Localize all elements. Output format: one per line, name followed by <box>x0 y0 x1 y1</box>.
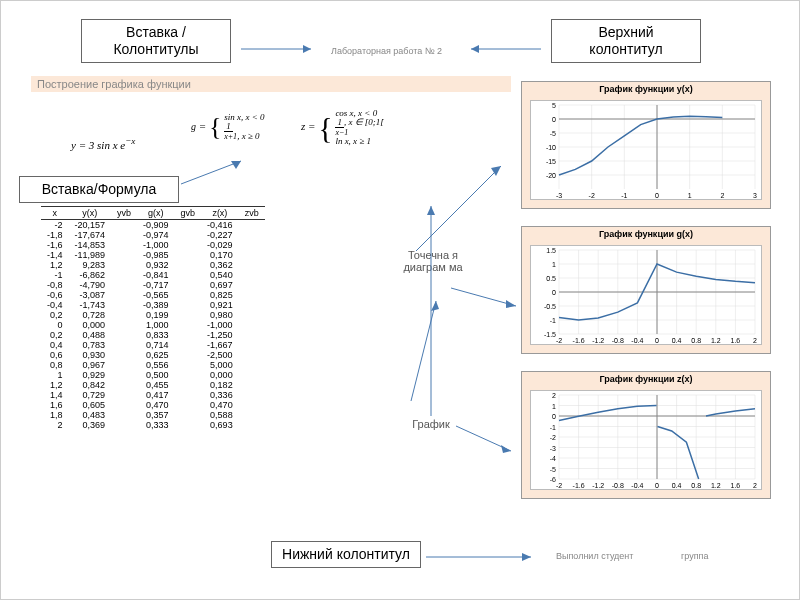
svg-text:-2: -2 <box>556 482 562 489</box>
formula-g: g = { sin x, x < 0 1 x+1, x ≥ 0 <box>191 113 265 141</box>
svg-text:-1.6: -1.6 <box>573 337 585 344</box>
table-header-row: xy(x)yvbg(x)gvbz(x)zvb <box>41 207 265 220</box>
chart-g: График функции g(x) -1.5-1-0.500.511.5-2… <box>521 226 771 354</box>
arrow-right-to-header <box>461 41 541 56</box>
arrow-chart-to-y <box>416 201 446 416</box>
data-table: xy(x)yvbg(x)gvbz(x)zvb -2-20,157-0,909-0… <box>41 206 265 430</box>
svg-marker-13 <box>501 445 511 453</box>
col-y(x): y(x) <box>69 207 112 220</box>
section-title: Построение графика функции <box>31 76 511 92</box>
svg-text:0: 0 <box>655 482 659 489</box>
table-row: -2-20,157-0,909-0,416 <box>41 220 265 231</box>
callout-top-header: Верхний колонтитул <box>551 19 701 63</box>
svg-text:-3: -3 <box>550 445 556 452</box>
col-yvb: yvb <box>111 207 137 220</box>
svg-text:0: 0 <box>552 116 556 123</box>
svg-text:1.6: 1.6 <box>731 482 741 489</box>
col-z(x): z(x) <box>201 207 239 220</box>
table-row: 1,29,2830,9320,362 <box>41 260 265 270</box>
table-row: 10,9290,5000,000 <box>41 370 265 380</box>
svg-marker-9 <box>506 300 516 308</box>
svg-text:3: 3 <box>753 192 757 199</box>
svg-text:0.4: 0.4 <box>672 337 682 344</box>
svg-text:-3: -3 <box>556 192 562 199</box>
callout-insert-formula: Вставка/Формула <box>19 176 179 203</box>
svg-text:-5: -5 <box>550 130 556 137</box>
table-row: 00,0001,000-1,000 <box>41 320 265 330</box>
svg-text:-10: -10 <box>546 144 556 151</box>
lab-header-text: Лабораторная работа № 2 <box>331 46 442 56</box>
svg-text:-1: -1 <box>621 192 627 199</box>
svg-marker-5 <box>231 161 241 169</box>
table-row: -1,8-17,674-0,974-0,227 <box>41 230 265 240</box>
table-row: -1-6,862-0,8410,540 <box>41 270 265 280</box>
svg-text:0: 0 <box>655 192 659 199</box>
svg-text:1.6: 1.6 <box>731 337 741 344</box>
svg-line-4 <box>181 161 241 184</box>
table-row: -0,8-4,790-0,7170,697 <box>41 280 265 290</box>
chart-annotation: График <box>406 418 456 430</box>
svg-text:-1.2: -1.2 <box>592 482 604 489</box>
svg-text:-2: -2 <box>550 434 556 441</box>
formula-y: y = 3 sin x e−x <box>71 136 135 151</box>
arrow-formula <box>181 159 261 189</box>
table-row: 1,40,7290,4170,336 <box>41 390 265 400</box>
svg-text:2: 2 <box>753 482 757 489</box>
chart-z: График функции z(x) -6-5-4-3-2-1012-2-1.… <box>521 371 771 499</box>
svg-text:0.8: 0.8 <box>691 482 701 489</box>
svg-text:2: 2 <box>753 337 757 344</box>
svg-text:-15: -15 <box>546 158 556 165</box>
svg-text:-0.8: -0.8 <box>612 482 624 489</box>
callout-bottom-footer: Нижний колонтитул <box>271 541 421 568</box>
table-row: -0,4-1,743-0,3890,921 <box>41 300 265 310</box>
col-zvb: zvb <box>239 207 265 220</box>
table-row: 0,80,9670,5565,000 <box>41 360 265 370</box>
svg-text:1.2: 1.2 <box>711 482 721 489</box>
formula-z: z = { cos x, x < 0 1, x ∈ [0;1[ x−1 ln x… <box>301 109 384 146</box>
chart-y: График функции y(x) -20-15-10-505-3-2-10… <box>521 81 771 209</box>
svg-text:0.4: 0.4 <box>672 482 682 489</box>
svg-text:1: 1 <box>552 261 556 268</box>
col-x: x <box>41 207 69 220</box>
svg-text:-1.2: -1.2 <box>592 337 604 344</box>
arrow-footer <box>426 549 546 569</box>
svg-marker-17 <box>522 553 531 561</box>
svg-text:2: 2 <box>720 192 724 199</box>
svg-text:0: 0 <box>552 289 556 296</box>
svg-text:0.8: 0.8 <box>691 337 701 344</box>
svg-text:-2: -2 <box>556 337 562 344</box>
svg-text:0: 0 <box>655 337 659 344</box>
svg-text:-0.8: -0.8 <box>612 337 624 344</box>
svg-text:-1: -1 <box>550 424 556 431</box>
svg-text:1.5: 1.5 <box>546 247 556 254</box>
svg-text:-0.5: -0.5 <box>544 303 556 310</box>
svg-text:-1: -1 <box>550 317 556 324</box>
table-row: 0,20,7280,1990,980 <box>41 310 265 320</box>
footer-performed: Выполнил студент <box>556 551 633 561</box>
svg-text:0: 0 <box>552 413 556 420</box>
svg-text:-0.4: -0.4 <box>631 337 643 344</box>
svg-text:0.5: 0.5 <box>546 275 556 282</box>
col-g(x): g(x) <box>137 207 175 220</box>
table-row: 0,60,9300,625-2,500 <box>41 350 265 360</box>
svg-text:1.2: 1.2 <box>711 337 721 344</box>
svg-text:-1.5: -1.5 <box>544 331 556 338</box>
svg-text:2: 2 <box>552 392 556 399</box>
svg-marker-1 <box>303 45 311 53</box>
svg-text:-0.4: -0.4 <box>631 482 643 489</box>
table-row: 0,20,4880,833-1,250 <box>41 330 265 340</box>
table-row: 0,40,7830,714-1,667 <box>41 340 265 350</box>
svg-text:-5: -5 <box>550 466 556 473</box>
chart-y-title: График функции y(x) <box>522 82 770 96</box>
table-row: -1,4-11,989-0,9850,170 <box>41 250 265 260</box>
svg-text:1: 1 <box>688 192 692 199</box>
footer-group: группа <box>681 551 708 561</box>
svg-text:-20: -20 <box>546 172 556 179</box>
svg-text:-4: -4 <box>550 455 556 462</box>
chart-z-title: График функции z(x) <box>522 372 770 386</box>
table-row: -1,6-14,853-1,000-0,029 <box>41 240 265 250</box>
chart-g-title: График функции g(x) <box>522 227 770 241</box>
table-row: 1,60,6050,4700,470 <box>41 400 265 410</box>
col-gvb: gvb <box>175 207 202 220</box>
table-row: 20,3690,3330,693 <box>41 420 265 430</box>
